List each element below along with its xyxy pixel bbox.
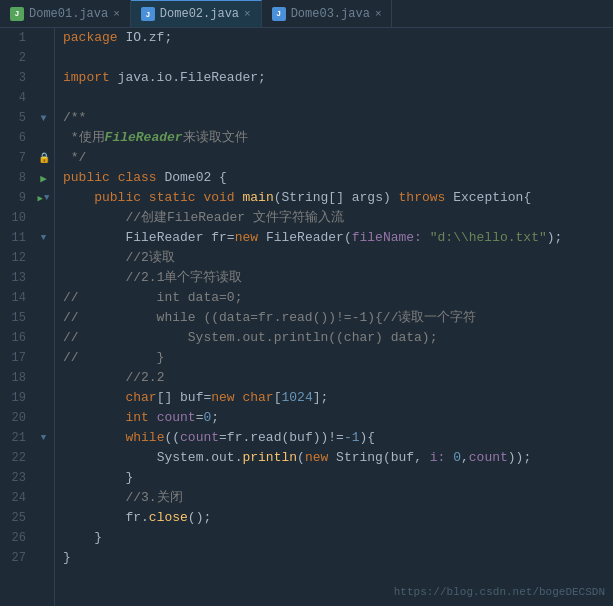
tab-icon-dome02: J — [141, 7, 155, 21]
tab-dome03[interactable]: J Dome03.java × — [262, 0, 393, 27]
fold-end-7: 🔒 — [38, 152, 50, 164]
ln-1: 1 — [0, 31, 32, 45]
code-line-25: fr.close(); — [63, 508, 613, 528]
tab-close-dome01[interactable]: × — [113, 8, 120, 20]
code-line-23: } — [63, 468, 613, 488]
ln-27: 27 — [0, 551, 32, 565]
fold-icon-11[interactable]: ▼ — [41, 233, 46, 243]
watermark: https://blog.csdn.net/bogeDECSDN — [394, 586, 605, 598]
code-line-12: //2读取 — [63, 248, 613, 268]
ln-6: 6 — [0, 131, 32, 145]
tab-close-dome03[interactable]: × — [375, 8, 382, 20]
ln-24: 24 — [0, 491, 32, 505]
ln-26: 26 — [0, 531, 32, 545]
tab-icon-dome01: J — [10, 7, 24, 21]
ln-21: 21 — [0, 431, 32, 445]
line-gutter: 1 2 3 4 5▼ 6 7🔒 8▶ 9▶▼ 10 11▼ 12 13 14 1… — [0, 28, 55, 606]
tab-label-dome02: Dome02.java — [160, 7, 239, 21]
code-area: 1 2 3 4 5▼ 6 7🔒 8▶ 9▶▼ 10 11▼ 12 13 14 1… — [0, 28, 613, 606]
run-icon-9[interactable]: ▶ — [38, 193, 43, 204]
code-line-1: package IO.zf; — [63, 28, 613, 48]
ln-16: 16 — [0, 331, 32, 345]
ln-25: 25 — [0, 511, 32, 525]
code-line-2 — [63, 48, 613, 68]
code-line-5: /** — [63, 108, 613, 128]
ln-11: 11 — [0, 231, 32, 245]
code-line-26: } — [63, 528, 613, 548]
ln-19: 19 — [0, 391, 32, 405]
code-line-13: //2.1单个字符读取 — [63, 268, 613, 288]
ln-18: 18 — [0, 371, 32, 385]
code-line-27: } — [63, 548, 613, 568]
code-line-14: // int data=0; — [63, 288, 613, 308]
ln-13: 13 — [0, 271, 32, 285]
ln-3: 3 — [0, 71, 32, 85]
code-line-4 — [63, 88, 613, 108]
code-line-8: public class Dome02 { — [63, 168, 613, 188]
ln-9: 9 — [0, 191, 32, 205]
code-line-22: System.out.println(new String(buf, i: 0,… — [63, 448, 613, 468]
ln-22: 22 — [0, 451, 32, 465]
fold-icon-21[interactable]: ▼ — [41, 433, 46, 443]
ln-15: 15 — [0, 311, 32, 325]
code-line-7: */ — [63, 148, 613, 168]
code-line-17: // } — [63, 348, 613, 368]
tab-label-dome03: Dome03.java — [291, 7, 370, 21]
code-line-21: while((count=fr.read(buf))!=-1){ — [63, 428, 613, 448]
ln-4: 4 — [0, 91, 32, 105]
code-line-15: // while ((data=fr.read())!=-1){//读取一个字符 — [63, 308, 613, 328]
code-line-20: int count=0; — [63, 408, 613, 428]
code-line-16: // System.out.println((char) data); — [63, 328, 613, 348]
ln-23: 23 — [0, 471, 32, 485]
code-editor[interactable]: package IO.zf; import java.io.FileReader… — [55, 28, 613, 606]
run-icon-8[interactable]: ▶ — [40, 172, 47, 185]
code-line-6: *使用FileReader来读取文件 — [63, 128, 613, 148]
tab-bar: J Dome01.java × J Dome02.java × J Dome03… — [0, 0, 613, 28]
ln-8: 8 — [0, 171, 32, 185]
tab-dome02[interactable]: J Dome02.java × — [131, 0, 262, 27]
code-line-11: FileReader fr=new FileReader(fileName: "… — [63, 228, 613, 248]
ln-10: 10 — [0, 211, 32, 225]
ln-5: 5 — [0, 111, 32, 125]
code-line-19: char[] buf=new char[1024]; — [63, 388, 613, 408]
code-line-3: import java.io.FileReader; — [63, 68, 613, 88]
ln-17: 17 — [0, 351, 32, 365]
ln-14: 14 — [0, 291, 32, 305]
code-line-9: public static void main(String[] args) t… — [63, 188, 613, 208]
ln-2: 2 — [0, 51, 32, 65]
ln-12: 12 — [0, 251, 32, 265]
fold-icon-9[interactable]: ▼ — [44, 193, 49, 203]
code-line-10: //创建FileReader 文件字符输入流 — [63, 208, 613, 228]
code-line-18: //2.2 — [63, 368, 613, 388]
tab-close-dome02[interactable]: × — [244, 8, 251, 20]
code-line-24: //3.关闭 — [63, 488, 613, 508]
tab-label-dome01: Dome01.java — [29, 7, 108, 21]
fold-icon-5[interactable]: ▼ — [40, 113, 46, 124]
ln-20: 20 — [0, 411, 32, 425]
ln-7: 7 — [0, 151, 32, 165]
tab-icon-dome03: J — [272, 7, 286, 21]
tab-dome01[interactable]: J Dome01.java × — [0, 0, 131, 27]
